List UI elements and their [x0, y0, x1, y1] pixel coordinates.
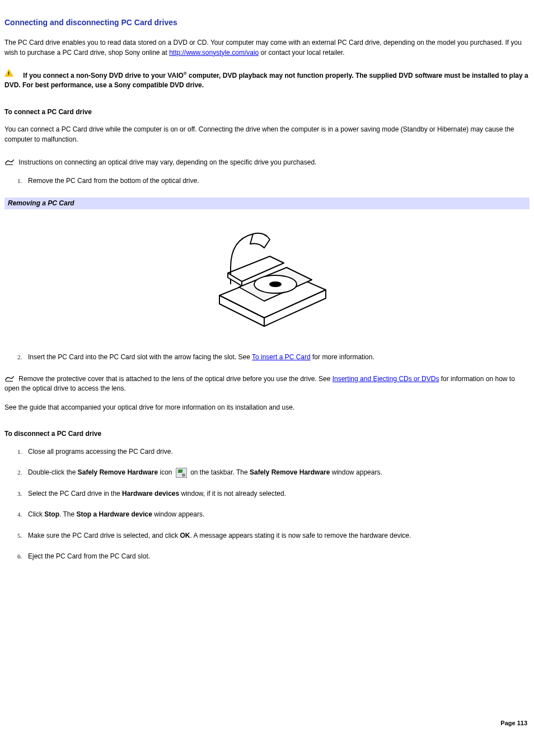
- note-1: Instructions on connecting an optical dr…: [4, 157, 530, 167]
- ds4-d: Stop a Hardware device: [76, 510, 152, 518]
- connect-subheader: To connect a PC Card drive: [4, 107, 530, 117]
- connect-paragraph: You can connect a PC Card drive while th…: [4, 125, 530, 144]
- note-2: Remove the protective cover that is atta…: [4, 373, 530, 394]
- disconnect-step-3: Select the PC Card drive in the Hardware…: [24, 489, 530, 499]
- disconnect-steps: Close all programs accessing the PC Card…: [24, 447, 530, 562]
- note-icon: [4, 158, 15, 166]
- ds2-b: Safely Remove Hardware: [78, 468, 158, 476]
- ds2-f: window appears.: [330, 468, 382, 476]
- disconnect-step-2: Double-click the Safely Remove Hardware …: [24, 468, 530, 478]
- connect-step-2: Insert the PC Card into the PC Card slot…: [24, 353, 530, 362]
- connect-step-1: Remove the PC Card from the bottom of th…: [24, 176, 530, 186]
- insert-pc-card-link[interactable]: To insert a PC Card: [252, 353, 311, 361]
- disconnect-step-4: Click Stop. The Stop a Hardware device w…: [24, 510, 530, 519]
- sonystyle-link[interactable]: http://www.sonystyle.com/vaio: [169, 49, 259, 57]
- svg-point-1: [270, 282, 281, 287]
- step2-text-a: Insert the PC Card into the PC Card slot…: [28, 353, 252, 361]
- note-icon: [4, 374, 15, 382]
- ds4-c: . The: [59, 510, 76, 518]
- ds5-b: OK: [180, 532, 190, 539]
- note-1-text: Instructions on connecting an optical dr…: [18, 158, 316, 166]
- inserting-ejecting-link[interactable]: Inserting and Ejecting CDs or DVDs: [332, 375, 439, 383]
- ds2-a: Double-click the: [28, 468, 78, 476]
- warning-block: If you connect a non-Sony DVD drive to y…: [4, 70, 530, 91]
- warning-text-1: If you connect a non-Sony DVD drive to y…: [23, 72, 183, 79]
- page-number: Page 113: [500, 719, 527, 728]
- ds3-b: Hardware devices: [122, 490, 179, 497]
- guide-paragraph: See the guide that accompanied your opti…: [4, 403, 530, 412]
- ds2-e: Safely Remove Hardware: [250, 468, 330, 476]
- intro-text-2: or contact your local retailer.: [259, 49, 344, 57]
- warning-icon: [4, 69, 13, 77]
- ds5-c: . A message appears stating it is now sa…: [190, 532, 411, 539]
- connect-steps-2: Insert the PC Card into the PC Card slot…: [24, 353, 530, 362]
- figure-illustration: [4, 209, 530, 344]
- ds3-c: window, if it is not already selected.: [179, 490, 286, 497]
- disconnect-step-5: Make sure the PC Card drive is selected,…: [24, 531, 530, 541]
- ds4-a: Click: [28, 510, 44, 518]
- ds3-a: Select the PC Card drive in the: [28, 490, 122, 497]
- disconnect-step-1: Close all programs accessing the PC Card…: [24, 447, 530, 457]
- intro-paragraph: The PC Card drive enables you to read da…: [4, 38, 530, 58]
- connect-steps: Remove the PC Card from the bottom of th…: [24, 176, 530, 186]
- ds2-c: icon: [158, 468, 174, 476]
- figure-label: Removing a PC Card: [4, 198, 530, 209]
- disconnect-step-6: Eject the PC Card from the PC Card slot.: [24, 552, 530, 561]
- step2-text-b: for more information.: [311, 353, 374, 361]
- ds5-a: Make sure the PC Card drive is selected,…: [28, 532, 180, 539]
- note-2-text-a: Remove the protective cover that is atta…: [18, 375, 332, 383]
- ds4-e: window appears.: [152, 510, 204, 518]
- safely-remove-hardware-icon: [176, 468, 187, 478]
- disconnect-subheader: To disconnect a PC Card drive: [4, 429, 530, 439]
- page-title: Connecting and disconnecting PC Card dri…: [4, 17, 530, 28]
- ds4-b: Stop: [44, 510, 59, 518]
- ds2-d: on the taskbar. The: [189, 468, 250, 476]
